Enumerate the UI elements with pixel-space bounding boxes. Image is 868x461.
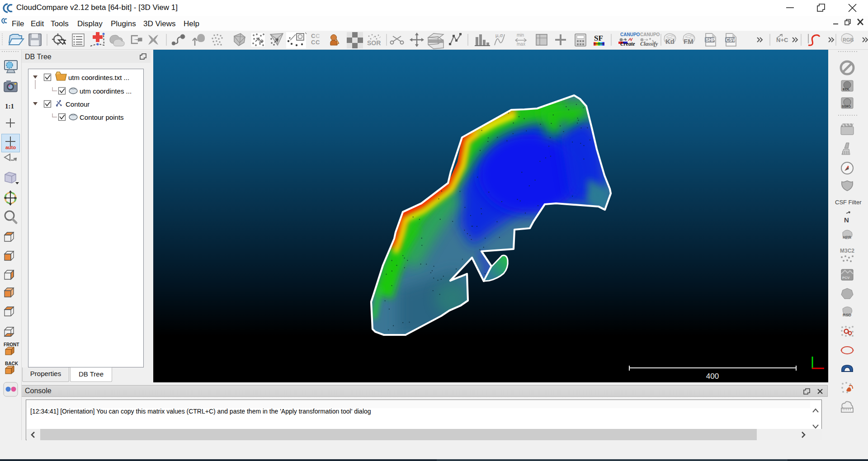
svg-text:N+C: N+C [776, 37, 788, 43]
svg-text:HPR: HPR [843, 235, 852, 240]
svg-text:μ,σ: μ,σ [495, 33, 503, 38]
svg-text:Kd: Kd [665, 38, 675, 45]
svg-text:SHP: SHP [706, 38, 715, 42]
svg-text:RSD: RSD [843, 313, 852, 317]
svg-text:PCV: PCV [842, 276, 850, 280]
svg-text:M3C2: M3C2 [840, 248, 854, 254]
svg-text:BACK: BACK [5, 361, 19, 366]
svg-text:auto: auto [5, 145, 16, 150]
svg-text:CSF Filter: CSF Filter [835, 199, 862, 206]
svg-text:FM: FM [684, 38, 693, 45]
svg-text:RGB: RGB [843, 37, 854, 42]
svg-text:N: N [844, 216, 849, 224]
svg-text:Classify: Classify [640, 41, 658, 47]
svg-text:SSAO: SSAO [842, 105, 851, 108]
svg-text:CANUPO: CANUPO [620, 32, 640, 37]
svg-text:C: C [311, 33, 316, 39]
svg-text:400: 400 [706, 372, 719, 381]
svg-text:SOR: SOR [367, 39, 381, 47]
svg-text:Create: Create [620, 41, 635, 47]
svg-text:CANUPO: CANUPO [640, 32, 660, 37]
svg-text:FRONT: FRONT [4, 342, 19, 347]
svg-text:SF: SF [594, 34, 603, 42]
svg-text:EDL: EDL [843, 87, 850, 91]
svg-text:min: min [517, 33, 524, 38]
svg-text:C: C [316, 33, 320, 39]
svg-text:CSV: CSV [726, 38, 736, 42]
svg-text:1:1: 1:1 [5, 103, 14, 110]
svg-text:C: C [311, 39, 316, 46]
svg-text:max: max [517, 42, 525, 47]
svg-text:C: C [316, 39, 320, 46]
